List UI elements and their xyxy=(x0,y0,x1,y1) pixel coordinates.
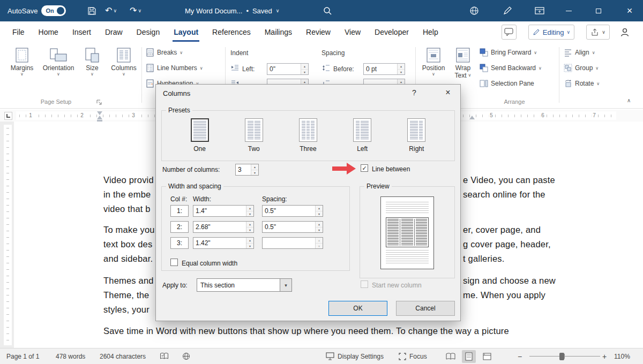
equal-column-width-label[interactable]: Equal column width xyxy=(182,260,237,267)
close-button[interactable]: × xyxy=(623,0,637,21)
tab-home[interactable]: Home xyxy=(32,21,65,43)
wrap-text-button[interactable]: Wrap Text ∨ xyxy=(450,46,476,79)
read-mode-button[interactable] xyxy=(444,350,458,363)
spin-down-icon[interactable]: ▾ xyxy=(316,228,323,233)
save-button[interactable] xyxy=(85,0,99,21)
share-button[interactable]: ∨ xyxy=(586,25,610,40)
undo-chevron-icon[interactable]: ∨ xyxy=(113,8,117,13)
col-1-spacing-input[interactable]: 0.5" ▴▾ xyxy=(262,205,323,217)
search-button[interactable] xyxy=(320,0,334,21)
display-settings-button[interactable]: Display Settings xyxy=(326,348,384,364)
dialog-close-button[interactable]: × xyxy=(436,85,460,101)
preset-three[interactable]: Three xyxy=(289,118,327,153)
page-indicator[interactable]: Page 1 of 1 xyxy=(6,348,39,364)
position-button[interactable]: Position ∨ xyxy=(419,46,448,77)
tab-insert[interactable]: Insert xyxy=(65,21,98,43)
redo-button[interactable]: ↷ xyxy=(130,6,137,15)
preset-left[interactable]: Left xyxy=(343,118,382,153)
spin-up-icon[interactable]: ▴ xyxy=(398,64,405,70)
spin-down-icon[interactable]: ▾ xyxy=(316,244,323,249)
editing-mode-button[interactable]: Editing ∨ xyxy=(528,25,574,40)
line-between-checkbox[interactable]: ✓ xyxy=(361,164,368,172)
zoom-slider-track[interactable] xyxy=(529,356,600,357)
size-button[interactable]: Size ∨ xyxy=(79,46,105,77)
present-online-button[interactable] xyxy=(467,0,481,21)
word-count[interactable]: 478 words xyxy=(56,348,85,364)
zoom-out-button[interactable]: − xyxy=(518,348,522,364)
bring-forward-button[interactable]: Bring Forward ∨ xyxy=(480,48,537,57)
spin-up-icon[interactable]: ▴ xyxy=(316,222,323,228)
redo-chevron-icon[interactable]: ∨ xyxy=(138,8,141,13)
print-layout-button[interactable] xyxy=(462,350,476,363)
spin-down-icon[interactable]: ▾ xyxy=(246,228,253,233)
columns-button[interactable]: Columns ∨ xyxy=(108,46,139,77)
tab-layout[interactable]: Layout xyxy=(167,21,205,43)
spin-down-icon[interactable]: ▾ xyxy=(301,70,308,75)
zoom-in-button[interactable]: + xyxy=(602,348,607,364)
spin-up-icon[interactable]: ▴ xyxy=(316,206,323,211)
tab-references[interactable]: References xyxy=(205,21,258,43)
tab-help[interactable]: Help xyxy=(416,21,445,43)
spin-down-icon[interactable]: ▾ xyxy=(398,70,405,75)
tab-draw[interactable]: Draw xyxy=(98,21,130,43)
autosave-control[interactable]: AutoSave On xyxy=(8,0,66,21)
spacing-before-input[interactable]: 0 pt ▴ ▾ xyxy=(363,63,405,75)
line-between-label[interactable]: Line between xyxy=(372,165,410,173)
start-new-column-checkbox[interactable] xyxy=(361,280,368,288)
spin-down-icon[interactable]: ▾ xyxy=(316,211,323,217)
zoom-level[interactable]: 110% xyxy=(614,348,630,364)
cancel-button[interactable]: Cancel xyxy=(396,301,455,316)
tab-mailings[interactable]: Mailings xyxy=(258,21,299,43)
indent-left-input[interactable]: 0" ▴ ▾ xyxy=(267,63,309,75)
hanging-indent-marker[interactable] xyxy=(97,116,102,119)
col-1-width-input[interactable]: 1.4" ▴▾ xyxy=(193,205,254,217)
selection-pane-button[interactable]: Selection Pane xyxy=(480,79,534,88)
proofing-status-button[interactable] xyxy=(160,348,169,364)
character-count[interactable]: 2604 characters xyxy=(100,348,146,364)
col-3-spacing-input[interactable]: ▴▾ xyxy=(262,237,323,249)
ink-button[interactable] xyxy=(500,0,514,21)
margins-button[interactable]: Margins ∨ xyxy=(6,46,38,77)
spin-down-icon[interactable]: ▾ xyxy=(246,244,253,249)
language-status-button[interactable] xyxy=(182,348,190,364)
spin-up-icon[interactable]: ▴ xyxy=(251,164,258,170)
group-button[interactable]: Group ∨ xyxy=(564,64,599,72)
autosave-toggle[interactable]: On xyxy=(41,5,66,16)
spin-up-icon[interactable]: ▴ xyxy=(316,238,323,244)
undo-button[interactable]: ↶ xyxy=(105,6,112,15)
dropdown-arrow-icon[interactable]: ▾ xyxy=(280,279,291,291)
minimize-button[interactable] xyxy=(562,0,575,21)
web-layout-button[interactable] xyxy=(480,350,494,363)
tab-file[interactable]: File xyxy=(5,21,32,43)
document-title-control[interactable]: My Word Docum... • Saved ∨ xyxy=(185,0,279,21)
ribbon-display-options-button[interactable] xyxy=(533,0,547,21)
tab-design[interactable]: Design xyxy=(130,21,167,43)
breaks-button[interactable]: Breaks ∨ xyxy=(146,48,183,57)
spin-up-icon[interactable]: ▴ xyxy=(246,206,253,211)
preset-two[interactable]: Two xyxy=(235,118,273,153)
ok-button[interactable]: OK xyxy=(328,301,387,316)
col-2-width-input[interactable]: 2.68" ▴▾ xyxy=(193,221,254,233)
account-button[interactable] xyxy=(619,27,630,39)
tab-stop-selector[interactable] xyxy=(4,112,12,120)
tab-review[interactable]: Review xyxy=(299,21,338,43)
tab-developer[interactable]: Developer xyxy=(368,21,416,43)
orientation-button[interactable]: Orientation ∨ xyxy=(41,46,76,77)
apply-to-dropdown[interactable]: This section ▾ xyxy=(197,278,292,292)
preset-one[interactable]: One xyxy=(181,118,219,153)
maximize-button[interactable] xyxy=(592,0,605,21)
first-line-indent-marker[interactable] xyxy=(97,111,102,115)
page-setup-dialog-launcher[interactable] xyxy=(96,100,102,107)
number-of-columns-input[interactable]: 3 ▴ ▾ xyxy=(235,164,259,176)
spin-up-icon[interactable]: ▴ xyxy=(301,64,308,70)
spin-up-icon[interactable]: ▴ xyxy=(246,222,253,228)
send-backward-button[interactable]: Send Backward ∨ xyxy=(480,64,542,72)
line-numbers-button[interactable]: Line Numbers ∨ xyxy=(146,64,203,72)
spin-down-icon[interactable]: ▾ xyxy=(251,170,258,176)
spin-up-icon[interactable]: ▴ xyxy=(246,238,253,244)
tab-view[interactable]: View xyxy=(338,21,368,43)
focus-button[interactable]: Focus xyxy=(399,348,427,364)
right-indent-marker[interactable] xyxy=(469,116,475,119)
rotate-button[interactable]: Rotate ∨ xyxy=(564,79,600,88)
dialog-help-button[interactable]: ? xyxy=(403,85,425,101)
